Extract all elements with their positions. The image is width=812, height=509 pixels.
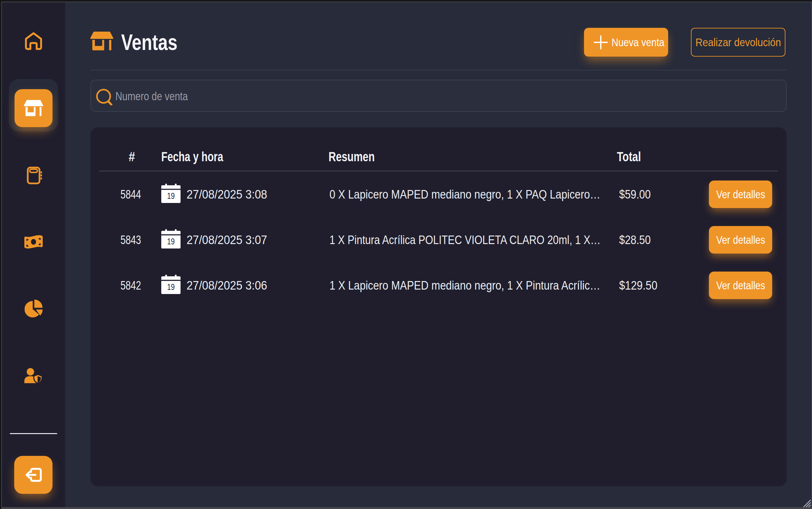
svg-text:19: 19	[167, 191, 175, 201]
svg-text:19: 19	[167, 282, 175, 292]
svg-text:19: 19	[167, 237, 175, 246]
